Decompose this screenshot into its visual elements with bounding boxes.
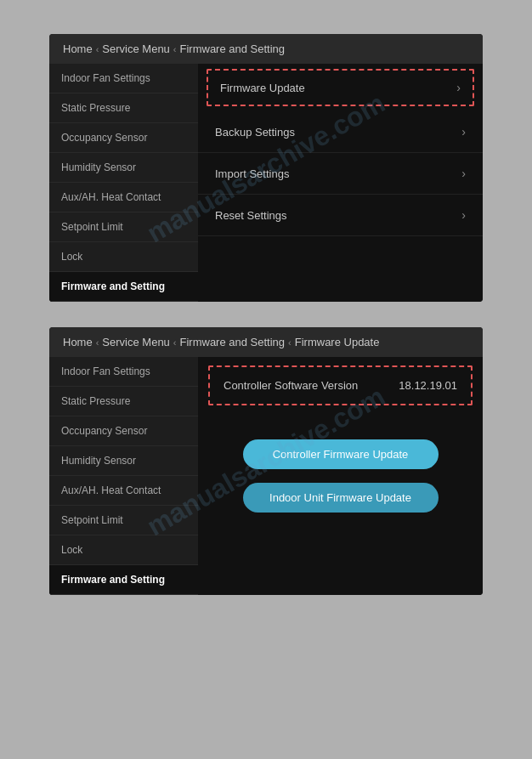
firmware-update-panel: Home ‹ Service Menu ‹ Firmware and Setti… [49, 327, 483, 595]
panel1-body: Indoor Fan Settings Static Pressure Occu… [49, 64, 483, 302]
sidebar2-setpoint-limit[interactable]: Setpoint Limit [49, 506, 198, 535]
menu-reset-label: Reset Settings [215, 209, 287, 222]
sidebar2-occupancy-sensor[interactable]: Occupancy Sensor [49, 416, 198, 446]
version-value: 18.12.19.01 [399, 379, 457, 392]
panel2: Home ‹ Service Menu ‹ Firmware and Setti… [49, 327, 483, 595]
menu-backup-label: Backup Settings [215, 126, 295, 139]
menu-firmware-update-label: Firmware Update [220, 82, 305, 94]
sidebar2-firmware-setting[interactable]: Firmware and Setting [49, 565, 198, 595]
menu-backup-settings[interactable]: Backup Settings › [198, 111, 483, 153]
breadcrumb2-current: Firmware Update [295, 336, 380, 348]
panel2-sidebar: Indoor Fan Settings Static Pressure Occu… [49, 357, 198, 595]
breadcrumb-service-menu[interactable]: Service Menu [102, 42, 169, 55]
menu-reset-settings[interactable]: Reset Settings › [198, 195, 483, 236]
firmware-setting-panel: Home ‹ Service Menu ‹ Firmware and Setti… [49, 34, 483, 302]
breadcrumb2-home[interactable]: Home [63, 336, 93, 348]
chevron-icon-3: › [461, 167, 466, 180]
version-row: Controller Software Version 18.12.19.01 [208, 365, 473, 405]
breadcrumb-home[interactable]: Home [63, 42, 93, 55]
sep2: ‹ [173, 44, 177, 54]
sidebar-aux-heat[interactable]: Aux/AH. Heat Contact [49, 183, 198, 212]
sep1: ‹ [96, 44, 99, 54]
menu-import-settings[interactable]: Import Settings › [198, 153, 483, 195]
sidebar2-static-pressure[interactable]: Static Pressure [49, 387, 198, 416]
sidebar-indoor-fan[interactable]: Indoor Fan Settings [49, 64, 198, 93]
sidebar-occupancy-sensor[interactable]: Occupancy Sensor [49, 123, 198, 153]
panel2-body: Indoor Fan Settings Static Pressure Occu… [49, 357, 483, 595]
breadcrumb-current: Firmware and Setting [180, 42, 286, 55]
breadcrumb-2: Home ‹ Service Menu ‹ Firmware and Setti… [49, 327, 483, 357]
button-area: Controller Firmware Update Indoor Unit F… [198, 414, 483, 538]
indoor-unit-firmware-update-button[interactable]: Indoor Unit Firmware Update [243, 483, 439, 513]
menu-firmware-update[interactable]: Firmware Update › [207, 69, 474, 106]
sep2-2: ‹ [173, 337, 177, 348]
sidebar-lock[interactable]: Lock [49, 242, 198, 272]
sidebar2-lock[interactable]: Lock [49, 535, 198, 565]
panel1-main: Firmware Update › Backup Settings › Impo… [198, 64, 483, 302]
sidebar2-humidity-sensor[interactable]: Humidity Sensor [49, 446, 198, 476]
sidebar2-aux-heat[interactable]: Aux/AH. Heat Contact [49, 476, 198, 506]
sep2-3: ‹ [288, 337, 291, 348]
sidebar-static-pressure[interactable]: Static Pressure [49, 93, 198, 123]
panel2-main: Controller Software Version 18.12.19.01 … [198, 357, 483, 595]
sidebar2-indoor-fan[interactable]: Indoor Fan Settings [49, 357, 198, 387]
sidebar-humidity-sensor[interactable]: Humidity Sensor [49, 153, 198, 183]
chevron-icon-1: › [456, 81, 461, 94]
chevron-icon-2: › [461, 125, 466, 139]
sidebar-setpoint-limit[interactable]: Setpoint Limit [49, 212, 198, 242]
panel1: Home ‹ Service Menu ‹ Firmware and Setti… [49, 34, 483, 302]
breadcrumb-1: Home ‹ Service Menu ‹ Firmware and Setti… [49, 34, 483, 64]
panel1-sidebar: Indoor Fan Settings Static Pressure Occu… [49, 64, 198, 302]
sep2-1: ‹ [96, 337, 99, 348]
sidebar-firmware-setting[interactable]: Firmware and Setting [49, 272, 198, 302]
version-label: Controller Software Version [224, 379, 358, 392]
breadcrumb2-firmware-setting[interactable]: Firmware and Setting [180, 336, 286, 348]
breadcrumb2-service-menu[interactable]: Service Menu [102, 336, 169, 348]
controller-firmware-update-button[interactable]: Controller Firmware Update [243, 439, 439, 469]
menu-import-label: Import Settings [215, 167, 289, 180]
chevron-icon-4: › [461, 208, 466, 222]
